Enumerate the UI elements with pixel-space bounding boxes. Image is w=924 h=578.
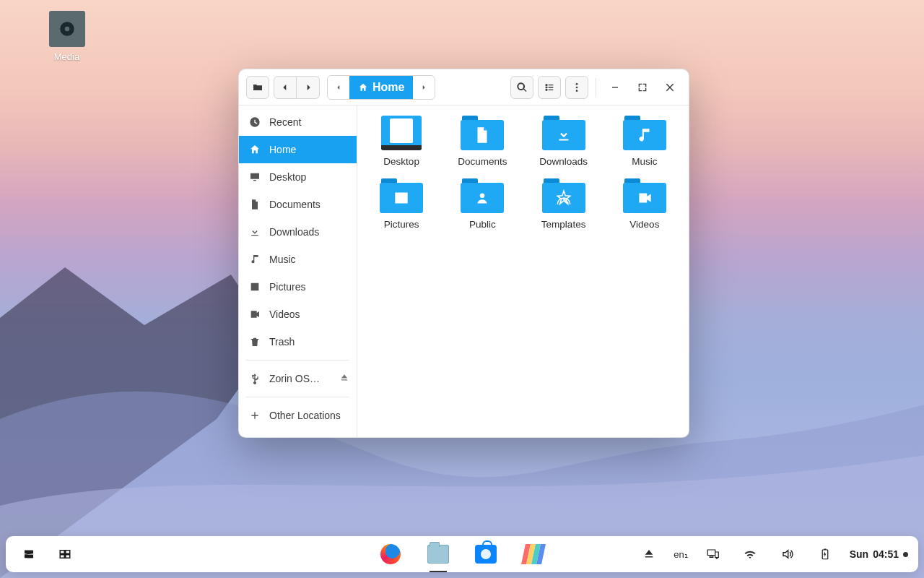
- back-button[interactable]: [274, 76, 297, 99]
- folder-label: Music: [608, 156, 681, 167]
- home-icon: [358, 82, 368, 92]
- folder-icon: [623, 116, 666, 150]
- svg-point-3: [576, 86, 578, 88]
- tray-language[interactable]: en₁: [674, 549, 687, 560]
- file-manager-window: Home Recent Home Desktop: [238, 69, 689, 438]
- files-app-button[interactable]: [246, 76, 269, 99]
- sidebar-item-music[interactable]: Music: [239, 246, 357, 273]
- battery-icon: [819, 548, 832, 561]
- workspaces-button[interactable]: [52, 541, 78, 567]
- folder-label: Public: [445, 219, 519, 230]
- folder-templates[interactable]: Templates: [527, 178, 601, 230]
- sidebar-item-other-locations[interactable]: Other Locations: [239, 402, 357, 429]
- folder-icon: [461, 178, 504, 213]
- sidebar-item-label: Zorin OS…: [269, 373, 320, 384]
- display-icon: [706, 548, 719, 561]
- folder-icon: [542, 178, 585, 213]
- sidebar-item-label: Downloads: [269, 226, 319, 238]
- svg-point-6: [480, 194, 485, 199]
- music-icon: [249, 254, 261, 265]
- files-icon: [427, 545, 449, 564]
- minimize-icon: [609, 82, 621, 93]
- eject-icon: [339, 373, 349, 383]
- folder-icon: [381, 116, 422, 150]
- tray-power[interactable]: [812, 541, 838, 567]
- volume-icon: [781, 548, 794, 561]
- folder-videos[interactable]: Videos: [608, 178, 681, 230]
- videos-icon: [249, 309, 261, 320]
- dock-files[interactable]: [425, 541, 451, 567]
- svg-point-4: [576, 90, 578, 92]
- tray-volume[interactable]: [775, 541, 801, 567]
- zorin-logo-icon: [22, 548, 35, 561]
- sidebar-item-trash[interactable]: Trash: [239, 328, 357, 355]
- sidebar-item-desktop[interactable]: Desktop: [239, 163, 357, 191]
- document-icon: [249, 199, 261, 210]
- sidebar-item-label: Other Locations: [269, 410, 341, 421]
- trash-icon: [249, 336, 261, 348]
- folder-icon: [461, 116, 504, 150]
- folder-music[interactable]: Music: [608, 116, 681, 167]
- sidebar-item-documents[interactable]: Documents: [239, 191, 357, 218]
- folder-pictures[interactable]: Pictures: [365, 178, 438, 230]
- appearance-icon: [523, 544, 544, 564]
- download-icon: [249, 226, 261, 238]
- view-toggle-button[interactable]: [538, 76, 561, 99]
- forward-button[interactable]: [297, 76, 320, 99]
- clock-icon: [249, 116, 261, 128]
- folder-label: Downloads: [527, 156, 601, 167]
- folder-public[interactable]: Public: [445, 178, 519, 230]
- folder-label: Documents: [445, 156, 519, 167]
- folder-label: Pictures: [365, 219, 438, 230]
- sidebar-item-home[interactable]: Home: [239, 136, 357, 163]
- sidebar-item-recent[interactable]: Recent: [239, 108, 357, 136]
- folder-icon: [380, 178, 423, 213]
- tray-network[interactable]: [737, 541, 763, 567]
- svg-rect-5: [612, 87, 618, 87]
- close-button[interactable]: [658, 76, 681, 99]
- svg-rect-9: [824, 549, 826, 551]
- sidebar-item-videos[interactable]: Videos: [239, 301, 357, 328]
- hamburger-menu-button[interactable]: [565, 76, 588, 99]
- sidebar-item-pictures[interactable]: Pictures: [239, 273, 357, 301]
- pictures-icon: [249, 281, 261, 293]
- sidebar-item-label: Desktop: [269, 171, 306, 183]
- sidebar-item-label: Documents: [269, 199, 321, 210]
- search-icon: [516, 82, 528, 93]
- sidebar-item-label: Recent: [269, 116, 301, 128]
- path-prev-button[interactable]: [328, 76, 349, 99]
- path-crumb-label: Home: [372, 81, 404, 94]
- folder-desktop[interactable]: Desktop: [365, 116, 438, 167]
- folder-view[interactable]: DesktopDocumentsDownloadsMusicPicturesPu…: [357, 105, 689, 437]
- folder-downloads[interactable]: Downloads: [527, 116, 601, 167]
- eject-icon: [642, 548, 655, 561]
- folder-label: Videos: [608, 219, 681, 230]
- home-icon: [249, 144, 261, 155]
- clock-time: 04:51: [873, 548, 899, 560]
- sidebar-item-device-zorin[interactable]: Zorin OS…: [239, 365, 357, 392]
- dock-software-store[interactable]: [473, 541, 499, 567]
- dock-firefox[interactable]: [378, 541, 404, 567]
- maximize-button[interactable]: [631, 76, 654, 99]
- start-menu-button[interactable]: [16, 541, 42, 567]
- sidebar-item-label: Music: [269, 254, 296, 265]
- tray-display[interactable]: [699, 541, 725, 567]
- taskbar: en₁ Sun 04:51: [6, 536, 918, 572]
- store-icon: [475, 545, 497, 564]
- path-crumb-home[interactable]: Home: [349, 76, 413, 99]
- tray-clock[interactable]: Sun 04:51: [850, 548, 908, 560]
- path-next-button[interactable]: [413, 76, 435, 99]
- desktop-icon-media[interactable]: Media: [40, 11, 94, 62]
- folder-documents[interactable]: Documents: [445, 116, 519, 167]
- plus-icon: [249, 410, 261, 421]
- path-bar: Home: [327, 75, 435, 100]
- disc-icon: [49, 11, 85, 47]
- minimize-button[interactable]: [603, 76, 627, 99]
- svg-point-1: [64, 27, 69, 32]
- tray-eject[interactable]: [636, 541, 662, 567]
- eject-button[interactable]: [339, 373, 349, 385]
- sidebar-item-downloads[interactable]: Downloads: [239, 218, 357, 246]
- search-button[interactable]: [510, 76, 533, 99]
- maximize-icon: [637, 82, 648, 93]
- dock-appearance[interactable]: [520, 541, 546, 567]
